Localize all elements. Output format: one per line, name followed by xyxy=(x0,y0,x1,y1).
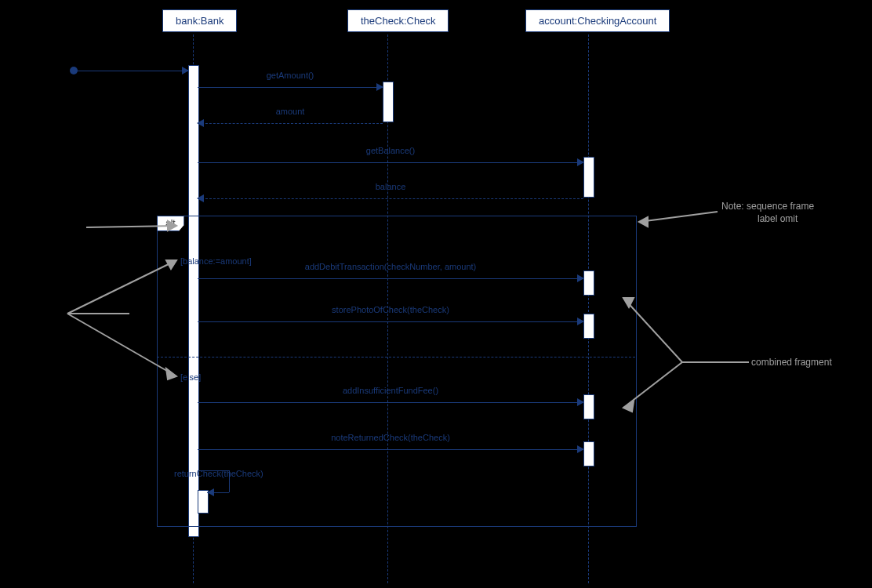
svg-marker-5 xyxy=(166,368,176,379)
svg-marker-3 xyxy=(168,221,176,230)
svg-marker-0 xyxy=(639,217,648,227)
connectors xyxy=(0,0,872,588)
svg-marker-4 xyxy=(166,260,176,269)
sequence-diagram: bank:Bank theCheck:Check account:Checkin… xyxy=(0,0,872,588)
svg-marker-1 xyxy=(623,298,634,307)
